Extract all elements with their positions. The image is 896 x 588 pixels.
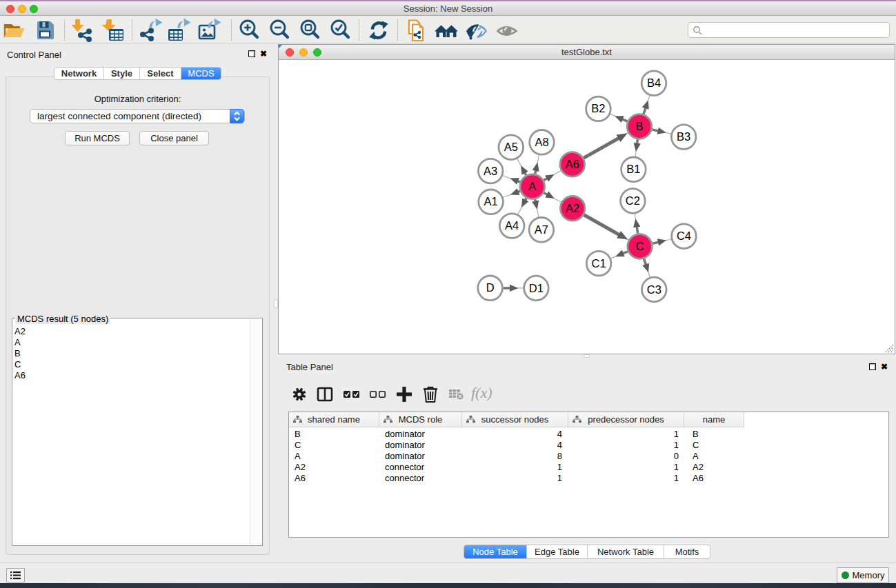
svg-text:C4: C4: [677, 230, 691, 242]
svg-text:D1: D1: [529, 282, 544, 294]
svg-text:A1: A1: [484, 195, 498, 207]
svg-text:C1: C1: [592, 257, 606, 270]
svg-text:B3: B3: [677, 130, 690, 143]
svg-text:A2: A2: [566, 202, 579, 214]
svg-text:A7: A7: [535, 223, 548, 236]
svg-text:A4: A4: [505, 219, 519, 232]
svg-text:D: D: [486, 281, 495, 294]
svg-text:C: C: [636, 240, 644, 252]
svg-text:B4: B4: [647, 77, 661, 89]
svg-text:C3: C3: [647, 283, 661, 296]
svg-text:B1: B1: [626, 163, 640, 175]
svg-text:B: B: [635, 120, 643, 132]
svg-text:A3: A3: [484, 165, 497, 177]
svg-text:A: A: [528, 180, 536, 192]
svg-text:A8: A8: [535, 136, 548, 148]
svg-text:B2: B2: [591, 102, 605, 114]
svg-text:A5: A5: [504, 141, 518, 153]
svg-text:C2: C2: [626, 194, 640, 207]
svg-text:A6: A6: [566, 158, 579, 170]
